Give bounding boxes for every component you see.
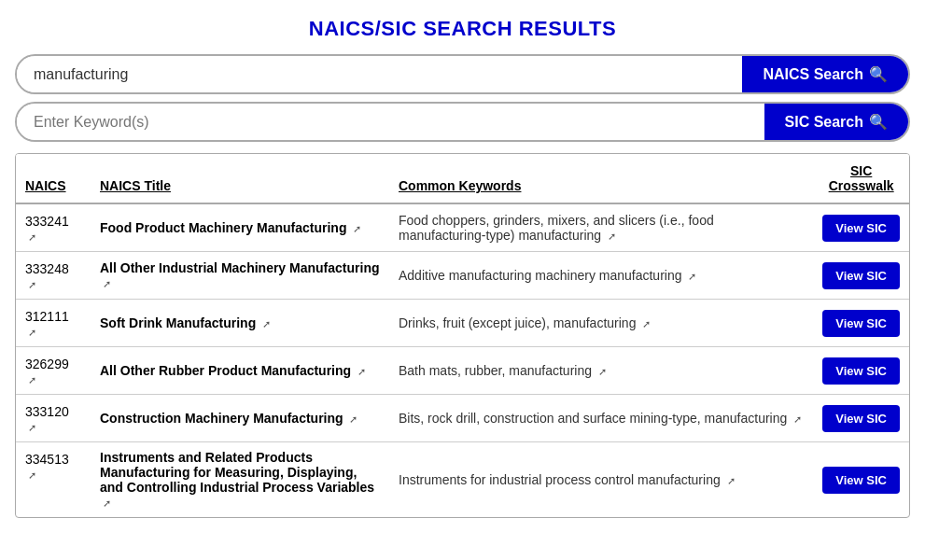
keywords-cell: Bits, rock drill, construction and surfa…	[389, 395, 813, 442]
title-ext-icon: ➚	[262, 318, 271, 329]
title-ext-icon: ➚	[357, 366, 366, 377]
table-header-row: NAICS NAICS Title Common Keywords SICCro…	[16, 154, 909, 203]
keywords-cell: Instruments for industrial process contr…	[389, 442, 813, 518]
results-table-container: NAICS NAICS Title Common Keywords SICCro…	[15, 153, 910, 518]
naics-title-cell: All Other Rubber Product Manufacturing ➚	[91, 347, 389, 395]
title-ext-icon: ➚	[103, 278, 111, 289]
keywords-cell: Drinks, fruit (except juice), manufactur…	[389, 300, 813, 347]
naics-code-cell: 334513➚	[16, 442, 91, 518]
keyword-text: Food choppers, grinders, mixers, and sli…	[399, 213, 714, 243]
title-ext-icon: ➚	[353, 223, 361, 234]
sic-search-label: SIC Search	[785, 114, 863, 131]
keyword-ext-icon: ➚	[642, 318, 651, 329]
keyword-ext-icon: ➚	[793, 413, 802, 425]
naics-search-input[interactable]: manufacturing	[17, 57, 742, 92]
table-row: 333248➚All Other Industrial Machinery Ma…	[16, 252, 909, 300]
table-row: 312111➚Soft Drink Manufacturing ➚Drinks,…	[16, 300, 909, 347]
naics-search-bar: manufacturing NAICS Search 🔍	[15, 54, 910, 94]
col-header-title: NAICS Title	[91, 154, 389, 203]
view-sic-button[interactable]: View SIC	[822, 467, 900, 494]
keyword-text: Bath mats, rubber, manufacturing	[399, 363, 592, 378]
naics-code-cell: 326299➚	[16, 347, 91, 395]
naics-code-cell: 333248➚	[16, 252, 91, 300]
keywords-cell: Bath mats, rubber, manufacturing ➚	[389, 347, 813, 395]
view-sic-button[interactable]: View SIC	[822, 215, 900, 242]
results-table: NAICS NAICS Title Common Keywords SICCro…	[16, 154, 909, 517]
search-icon: 🔍	[869, 65, 888, 83]
keyword-ext-icon: ➚	[598, 366, 607, 377]
naics-ext-icon: ➚	[28, 279, 36, 290]
view-sic-button[interactable]: View SIC	[822, 262, 900, 289]
naics-title-cell: All Other Industrial Machinery Manufactu…	[91, 252, 389, 300]
naics-search-label: NAICS Search	[763, 66, 863, 83]
keyword-text: Additive manufacturing machinery manufac…	[399, 268, 682, 283]
keyword-ext-icon: ➚	[608, 231, 616, 242]
naics-title: All Other Industrial Machinery Manufactu…	[100, 260, 379, 275]
sic-cell: View SIC	[813, 252, 909, 300]
naics-code-cell: 333120➚	[16, 395, 91, 442]
title-ext-icon: ➚	[349, 413, 357, 425]
keywords-cell: Food choppers, grinders, mixers, and sli…	[389, 203, 813, 252]
naics-ext-icon: ➚	[28, 327, 36, 338]
col-header-naics: NAICS	[16, 154, 91, 203]
sic-search-button[interactable]: SIC Search 🔍	[764, 104, 908, 140]
naics-code: 334513	[25, 452, 69, 467]
naics-ext-icon: ➚	[28, 422, 36, 433]
sic-search-input[interactable]	[17, 105, 764, 140]
naics-search-button[interactable]: NAICS Search 🔍	[742, 56, 908, 92]
naics-ext-icon: ➚	[28, 374, 36, 385]
table-row: 334513➚Instruments and Related Products …	[16, 442, 909, 518]
col-header-sic: SICCrosswalk	[813, 154, 909, 203]
naics-code-cell: 312111➚	[16, 300, 91, 347]
naics-title: Food Product Machinery Manufacturing	[100, 220, 346, 235]
sic-cell: View SIC	[813, 347, 909, 395]
view-sic-button[interactable]: View SIC	[822, 405, 900, 432]
title-ext-icon: ➚	[103, 497, 111, 509]
naics-title-cell: Instruments and Related Products Manufac…	[91, 442, 389, 518]
sic-search-bar: SIC Search 🔍	[15, 102, 910, 142]
naics-title-cell: Soft Drink Manufacturing ➚	[91, 300, 389, 347]
naics-title: Construction Machinery Manufacturing	[100, 411, 343, 426]
naics-title-cell: Construction Machinery Manufacturing ➚	[91, 395, 389, 442]
view-sic-button[interactable]: View SIC	[822, 357, 900, 385]
keyword-ext-icon: ➚	[727, 475, 736, 486]
naics-ext-icon: ➚	[28, 231, 36, 243]
naics-code: 326299	[25, 357, 69, 371]
page-title: NAICS/SIC SEARCH RESULTS	[0, 0, 925, 54]
naics-code: 312111	[25, 309, 69, 324]
table-row: 326299➚All Other Rubber Product Manufact…	[16, 347, 909, 395]
col-header-keywords: Common Keywords	[389, 154, 813, 203]
search-icon: 🔍	[869, 113, 888, 131]
keyword-text: Bits, rock drill, construction and surfa…	[399, 411, 787, 426]
table-row: 333241➚Food Product Machinery Manufactur…	[16, 203, 909, 252]
naics-ext-icon: ➚	[28, 469, 36, 481]
naics-title: Soft Drink Manufacturing	[100, 315, 256, 330]
naics-code: 333241	[25, 214, 69, 229]
view-sic-button[interactable]: View SIC	[822, 310, 900, 337]
sic-cell: View SIC	[813, 395, 909, 442]
naics-code: 333120	[25, 404, 69, 419]
keyword-ext-icon: ➚	[688, 271, 696, 282]
naics-title-cell: Food Product Machinery Manufacturing ➚	[91, 203, 389, 252]
naics-title: All Other Rubber Product Manufacturing	[100, 363, 351, 378]
keywords-cell: Additive manufacturing machinery manufac…	[389, 252, 813, 300]
keyword-text: Instruments for industrial process contr…	[399, 472, 721, 487]
table-row: 333120➚Construction Machinery Manufactur…	[16, 395, 909, 442]
sic-cell: View SIC	[813, 300, 909, 347]
naics-title: Instruments and Related Products Manufac…	[100, 450, 374, 495]
naics-code: 333248	[25, 261, 69, 276]
keyword-text: Drinks, fruit (except juice), manufactur…	[399, 315, 636, 330]
sic-cell: View SIC	[813, 203, 909, 252]
sic-cell: View SIC	[813, 442, 909, 518]
naics-code-cell: 333241➚	[16, 203, 91, 252]
